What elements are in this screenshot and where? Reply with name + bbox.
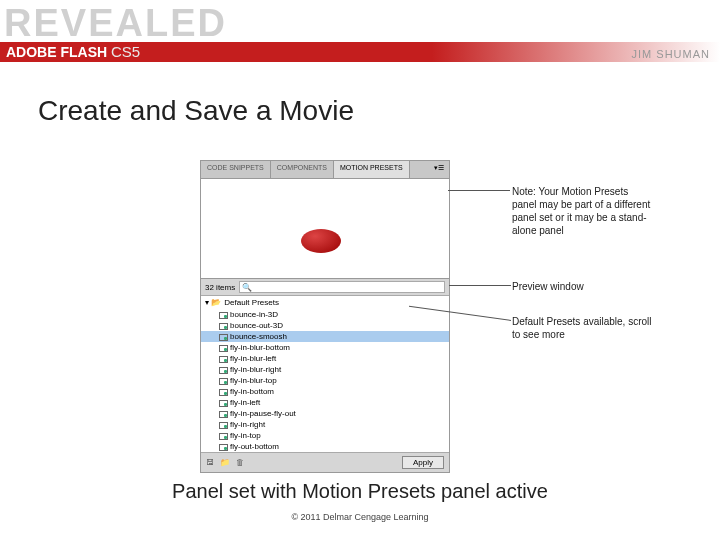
search-input[interactable]: 🔍 [239, 281, 445, 293]
callout-preview: Preview window [512, 280, 652, 293]
preset-item[interactable]: fly-in-right [201, 419, 449, 430]
callout-leader-line [448, 190, 510, 191]
preset-item[interactable]: bounce-out-3D [201, 320, 449, 331]
callout-note: Note: Your Motion Presets panel may be p… [512, 185, 652, 237]
page-title: Create and Save a Movie [38, 95, 354, 127]
motion-preset-icon [219, 344, 227, 352]
preset-item[interactable]: fly-in-bottom [201, 386, 449, 397]
figure-caption: Panel set with Motion Presets panel acti… [0, 480, 720, 503]
preview-window [201, 179, 449, 279]
motion-preset-icon [219, 388, 227, 396]
motion-preset-icon [219, 355, 227, 363]
items-count-label: 32 items [205, 283, 235, 292]
callout-leader-line [449, 285, 511, 286]
preset-item[interactable]: fly-in-left [201, 397, 449, 408]
new-folder-icon[interactable]: 📁 [220, 458, 230, 467]
brand-word: REVEALED [4, 2, 227, 45]
preset-item[interactable]: fly-in-pause-fly-out [201, 408, 449, 419]
preset-list: ▾ 📂 Default Presets bounce-in-3D bounce-… [201, 296, 449, 452]
product-prefix: ADOBE [6, 44, 57, 60]
preset-item[interactable]: fly-in-blur-top [201, 375, 449, 386]
motion-preset-icon [219, 333, 227, 341]
callout-defaults: Default Presets available, scroll to see… [512, 315, 652, 341]
preset-item[interactable]: bounce-smoosh [201, 331, 449, 342]
motion-preset-icon [219, 410, 227, 418]
preset-item[interactable]: fly-in-blur-right [201, 364, 449, 375]
tab-motion-presets[interactable]: MOTION PRESETS [334, 161, 410, 178]
preset-item[interactable]: fly-in-top [201, 430, 449, 441]
items-toolbar: 32 items 🔍 [201, 279, 449, 296]
author-name: JIM SHUMAN [632, 48, 710, 60]
preview-ball-graphic [301, 229, 341, 253]
motion-preset-icon [219, 366, 227, 374]
motion-preset-icon [219, 443, 227, 451]
product-name: FLASH [60, 44, 107, 60]
panel-tabs: CODE SNIPPETS COMPONENTS MOTION PRESETS … [201, 161, 449, 179]
folder-label: Default Presets [224, 298, 279, 307]
apply-button[interactable]: Apply [402, 456, 444, 469]
copyright-text: © 2011 Delmar Cengage Learning [0, 512, 720, 522]
tab-components[interactable]: COMPONENTS [271, 161, 334, 178]
search-icon: 🔍 [242, 283, 252, 292]
delete-icon[interactable]: 🗑 [236, 458, 244, 467]
preset-item[interactable]: fly-in-blur-bottom [201, 342, 449, 353]
motion-preset-icon [219, 322, 227, 330]
motion-presets-panel: CODE SNIPPETS COMPONENTS MOTION PRESETS … [200, 160, 450, 473]
motion-preset-icon [219, 311, 227, 319]
save-preset-icon[interactable]: 🖫 [206, 458, 214, 467]
product-version: CS5 [111, 43, 140, 60]
book-header: REVEALED ADOBE FLASH CS5 JIM SHUMAN [0, 0, 720, 70]
panel-menu-icon[interactable]: ▾☰ [429, 161, 449, 178]
preset-item[interactable]: bounce-in-3D [201, 309, 449, 320]
motion-preset-icon [219, 377, 227, 385]
panel-footer: 🖫 📁 🗑 Apply [201, 452, 449, 472]
folder-open-icon: ▾ 📂 [205, 298, 221, 307]
motion-preset-icon [219, 432, 227, 440]
motion-preset-icon [219, 399, 227, 407]
product-title: ADOBE FLASH CS5 [6, 43, 140, 60]
preset-item[interactable]: fly-in-blur-left [201, 353, 449, 364]
motion-preset-icon [219, 421, 227, 429]
tab-code-snippets[interactable]: CODE SNIPPETS [201, 161, 271, 178]
preset-item[interactable]: fly-out-bottom [201, 441, 449, 452]
